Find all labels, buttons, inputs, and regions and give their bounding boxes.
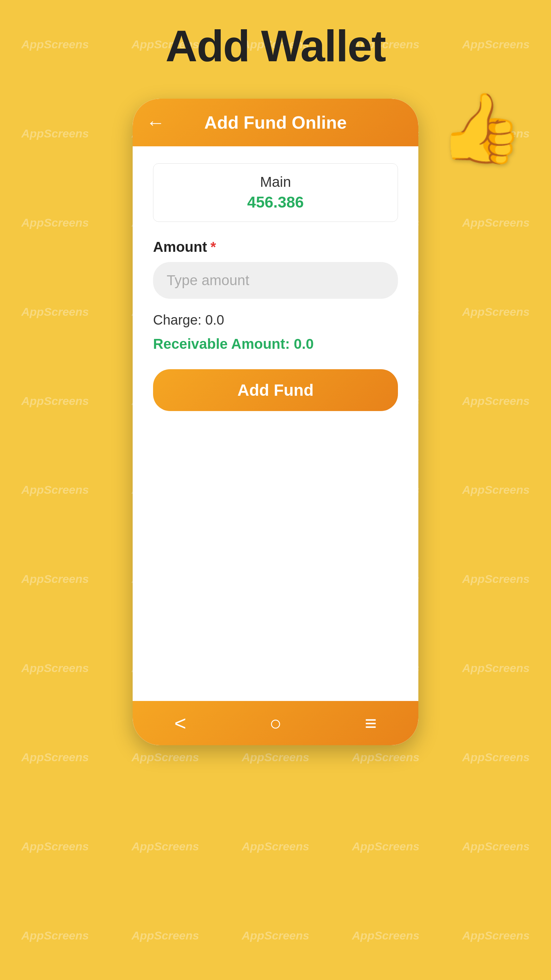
watermark: AppScreens	[441, 305, 551, 318]
watermark: AppScreens	[221, 929, 330, 942]
app-header: ← Add Fund Online	[133, 99, 418, 146]
watermark: AppScreens	[0, 483, 110, 496]
charge-label: Charge: 0.0	[153, 312, 398, 328]
watermark: AppScreens	[441, 38, 551, 51]
wallet-card: Main 456.386	[153, 163, 398, 222]
watermark: AppScreens	[0, 395, 110, 408]
watermark: AppScreens	[441, 662, 551, 675]
watermark: AppScreens	[330, 929, 441, 942]
thumbs-up-icon: 👍	[439, 89, 524, 169]
watermark: AppScreens	[0, 751, 110, 764]
nav-menu-button[interactable]: ≡	[357, 711, 384, 735]
wallet-name: Main	[167, 174, 384, 190]
watermark: AppScreens	[441, 572, 551, 585]
screen-title: Add Fund Online	[205, 112, 347, 133]
watermark: AppScreens	[0, 127, 110, 140]
required-indicator: *	[211, 239, 216, 255]
watermark: AppScreens	[441, 395, 551, 408]
watermark: AppScreens	[0, 572, 110, 585]
add-fund-button[interactable]: Add Fund	[153, 369, 398, 411]
watermark: AppScreens	[221, 751, 330, 764]
watermark: AppScreens	[441, 840, 551, 853]
amount-label-text: Amount	[153, 239, 207, 255]
watermark: AppScreens	[330, 751, 441, 764]
watermark: AppScreens	[110, 929, 221, 942]
receivable-amount-label: Receivable Amount: 0.0	[153, 336, 398, 352]
watermark: AppScreens	[110, 840, 221, 853]
watermark: AppScreens	[441, 216, 551, 229]
watermark: AppScreens	[441, 751, 551, 764]
back-button[interactable]: ←	[146, 113, 165, 132]
watermark: AppScreens	[330, 840, 441, 853]
app-content: Main 456.386 Amount * Charge: 0.0 Receiv…	[133, 146, 418, 701]
bottom-navigation: < ○ ≡	[133, 701, 418, 745]
watermark: AppScreens	[0, 662, 110, 675]
page-title: Add Wallet	[166, 21, 386, 72]
watermark: AppScreens	[441, 483, 551, 496]
watermark: AppScreens	[0, 840, 110, 853]
amount-field-label: Amount *	[153, 239, 398, 255]
watermark: AppScreens	[110, 751, 221, 764]
watermark: AppScreens	[0, 38, 110, 51]
nav-back-button[interactable]: <	[167, 711, 194, 735]
watermark: AppScreens	[441, 929, 551, 942]
phone-mockup: ← Add Fund Online Main 456.386 Amount * …	[133, 99, 418, 745]
nav-home-button[interactable]: ○	[262, 711, 289, 735]
amount-input[interactable]	[153, 262, 398, 299]
watermark: AppScreens	[0, 216, 110, 229]
wallet-balance: 456.386	[167, 193, 384, 211]
watermark: AppScreens	[0, 929, 110, 942]
watermark: AppScreens	[221, 840, 330, 853]
watermark: AppScreens	[0, 305, 110, 318]
